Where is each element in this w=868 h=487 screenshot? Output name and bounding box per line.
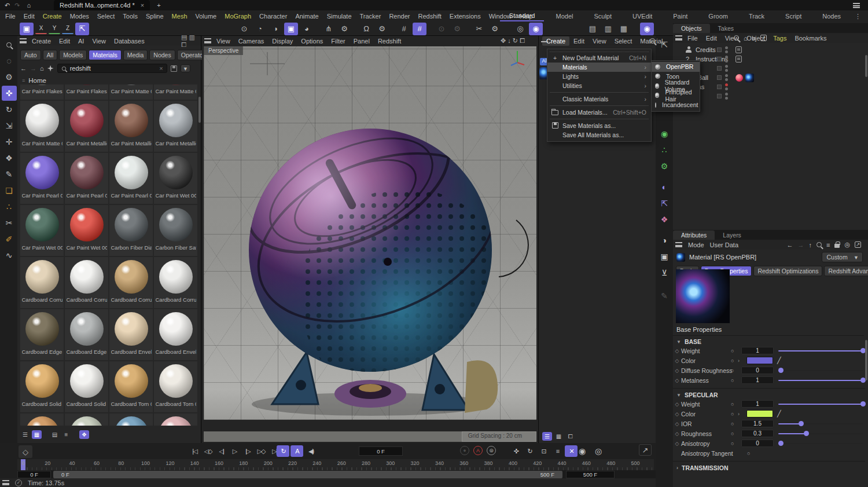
eyedropper-icon[interactable]: ╱ xyxy=(777,410,781,418)
value-field[interactable]: 1 xyxy=(741,400,774,408)
viewport-menu-filter[interactable]: Filter xyxy=(327,36,349,46)
material-asset[interactable]: Cardboard Solid 0... xyxy=(65,361,108,412)
objects-home-icon[interactable]: ⌂ xyxy=(744,35,748,42)
key-parameter-button[interactable]: ≡ xyxy=(551,445,564,457)
param-slider[interactable] xyxy=(778,370,863,371)
visibility-toggle-render[interactable] xyxy=(725,50,728,53)
current-frame-field[interactable]: 0 F xyxy=(359,446,403,456)
material-asset[interactable] xyxy=(109,413,153,426)
viewport-menu-redshift[interactable]: Redshift xyxy=(374,36,405,46)
menu-volume[interactable]: Volume xyxy=(192,12,221,21)
asset-menu-databases[interactable]: Databases xyxy=(110,36,149,46)
value-field[interactable]: 1.5 xyxy=(741,420,774,427)
enable-toggle[interactable] xyxy=(717,66,722,71)
submenu-item-openpbr[interactable]: OpenPBR xyxy=(652,62,700,72)
material-asset[interactable]: Cardboard Torn 0... xyxy=(154,361,197,412)
material-asset[interactable]: Car Paint Metallic ... xyxy=(154,101,197,152)
param-slider[interactable] xyxy=(778,380,863,381)
menu-file[interactable]: File xyxy=(1,12,20,21)
clear-search-icon[interactable]: × xyxy=(159,65,163,72)
material-asset[interactable]: Cardboard Edge 0... xyxy=(20,309,64,360)
visibility-toggle-editor[interactable] xyxy=(725,46,728,49)
camera-icon[interactable]: ▣ xyxy=(657,249,672,264)
sort-icon[interactable]: ≡ xyxy=(61,430,71,439)
hierarchy-settings-icon[interactable]: ⚙ xyxy=(337,23,351,35)
tab-layers[interactable]: Layers xyxy=(715,230,749,240)
anim-dot-icon[interactable]: ◇ xyxy=(673,368,681,374)
open-fcurve-icon[interactable]: ↗ xyxy=(639,444,652,456)
history-forward-icon[interactable]: ↷ xyxy=(14,2,20,9)
material-asset[interactable]: Cardboard Edge 0... xyxy=(65,309,108,360)
viewport-canvas[interactable] xyxy=(204,46,536,420)
create-menu-item-new-default-material[interactable]: +New Default MaterialCtrl+N xyxy=(547,53,651,63)
matmgr-menu-select[interactable]: Select xyxy=(610,36,637,46)
material-asset[interactable]: Car Paint Flakes 0... xyxy=(20,85,64,100)
asset-menu-create[interactable]: Create xyxy=(28,36,55,46)
redshift-polygon-icon[interactable]: ❖ xyxy=(657,212,672,227)
asset-search-box[interactable]: redshift × xyxy=(57,64,167,73)
soft-transform-icon[interactable]: ❖ xyxy=(2,151,17,166)
menu-render[interactable]: Render xyxy=(385,12,414,21)
keyframe-diamond-button[interactable]: ◇ xyxy=(19,445,32,458)
node-port-icon[interactable]: ○ xyxy=(731,421,734,427)
redshift-gear-icon[interactable]: ⚙ xyxy=(657,159,672,174)
spline-points-icon[interactable]: ∴ xyxy=(2,199,17,214)
attr-menu-userdata[interactable]: User Data xyxy=(710,241,739,248)
prev-frame-button[interactable]: ◁| xyxy=(215,445,227,457)
nav-home-icon[interactable]: ⌂ xyxy=(40,65,44,72)
node-port-icon[interactable]: ○ xyxy=(731,368,734,374)
spline-pen-icon[interactable]: ✎ xyxy=(2,167,17,182)
filter-chip-nodes[interactable]: Nodes xyxy=(149,50,175,60)
create-menu-item-classic-materials[interactable]: Classic Materials› xyxy=(547,94,651,104)
value-field[interactable]: 1 xyxy=(741,376,774,384)
objects-scrollbar[interactable] xyxy=(865,55,867,77)
objects-menu-edit[interactable]: Edit xyxy=(702,34,721,43)
color-swatch[interactable] xyxy=(746,357,773,364)
range-end-field[interactable]: 500 F xyxy=(566,471,615,478)
matmgr-menu-view[interactable]: View xyxy=(589,36,610,46)
node-port-icon[interactable]: ○ xyxy=(731,411,734,417)
menu-grip[interactable] xyxy=(550,49,649,52)
viewport-nav-icons[interactable]: ✥ ↓ ↻ ⧠ xyxy=(501,37,525,45)
submenu-item-principled-hair[interactable]: Principled Hair xyxy=(652,91,700,101)
list-view-icon[interactable]: ☰ xyxy=(20,430,30,439)
material-asset[interactable] xyxy=(154,413,197,426)
environment-sphere-icon[interactable]: ◑ xyxy=(657,233,672,248)
attr-up-icon[interactable]: ↑ xyxy=(808,241,812,248)
move-tool-icon[interactable]: ✜ xyxy=(2,86,17,101)
create-menu-item-save-materials-as[interactable]: Save Materials as... xyxy=(547,121,651,130)
matmgr-menu-edit[interactable]: Edit xyxy=(569,36,589,46)
nav-forward-icon[interactable]: → xyxy=(30,65,36,72)
menu-edit[interactable]: Edit xyxy=(20,12,39,21)
objects-menu-file[interactable]: File xyxy=(683,34,702,43)
history-back-icon[interactable]: ↶ xyxy=(5,2,10,9)
menu-animate[interactable]: Animate xyxy=(291,12,322,21)
group-header-transmission[interactable]: ›TRANSMISSION xyxy=(673,464,865,472)
play-button[interactable]: ▷ xyxy=(228,445,241,457)
material-asset[interactable] xyxy=(20,413,64,426)
asset-scrollbar[interactable] xyxy=(198,97,201,123)
material-asset[interactable]: Car Paint Flakes 0... xyxy=(65,85,108,100)
menu-modes[interactable]: Modes xyxy=(66,12,93,21)
view-label[interactable]: Perspective xyxy=(204,46,243,55)
visibility-toggle-render[interactable] xyxy=(725,60,728,63)
magnet-settings-icon[interactable]: ⚙ xyxy=(375,23,389,35)
cappuccino-button[interactable]: ◎ xyxy=(592,445,605,457)
attr-lock-icon[interactable] xyxy=(834,244,840,248)
primitive-circle-icon[interactable]: ⊙ xyxy=(237,23,251,35)
viewport-menu-options[interactable]: Options xyxy=(297,36,327,46)
live-selection-icon[interactable]: ◌ xyxy=(2,53,17,68)
visibility-toggle-render[interactable] xyxy=(725,97,728,100)
material-asset[interactable]: Cardboard Corrug... xyxy=(154,257,197,308)
next-frame-button[interactable]: |▷ xyxy=(241,445,254,457)
viewport-menu-panel[interactable]: Panel xyxy=(350,36,374,46)
key-position-button[interactable]: ✜ xyxy=(509,445,522,457)
attr-tab-redshift-optimizations[interactable]: Redshift Optimizations xyxy=(753,266,822,276)
material-asset[interactable]: Car Paint Pearl 00... xyxy=(109,153,153,204)
objects-search-icon[interactable] xyxy=(734,35,739,41)
anim-dot-icon[interactable]: ◇ xyxy=(673,431,681,437)
coord-axis-x[interactable]: X xyxy=(35,24,47,34)
disabled-settings-icon[interactable]: ⚙ xyxy=(450,23,464,35)
visibility-toggle-render[interactable] xyxy=(725,69,728,72)
spline-smooth-icon[interactable]: ✐ xyxy=(2,232,17,247)
